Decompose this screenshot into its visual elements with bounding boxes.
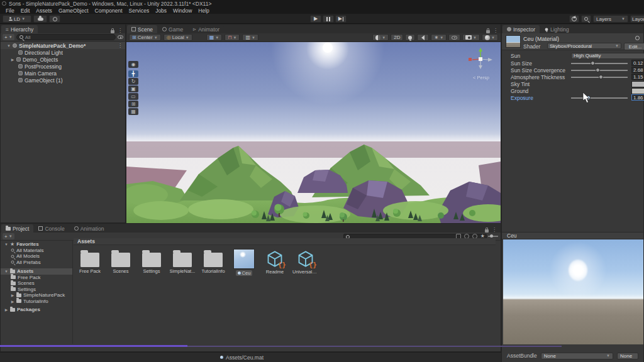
tree-all-prefabs[interactable]: All Prefabs [1,260,72,266]
scale-tool-button[interactable]: ▣ [128,85,138,92]
menu-component[interactable]: Component [92,8,126,14]
snap-toggle-button[interactable]: ⊓▼ [225,34,240,41]
hierarchy-item-directional-light[interactable]: Directional Light [1,49,125,56]
tab-scene[interactable]: Scene [127,25,157,33]
menu-services[interactable]: Services [126,8,153,14]
tree-packages[interactable]: ▶ Packages [1,307,72,313]
lighting-toggle-button[interactable] [405,34,415,41]
shader-edit-button[interactable]: Edit... [624,43,644,50]
asset-free-pack[interactable]: Free Pack [77,249,103,287]
tab-lighting[interactable]: Lighting [540,25,574,33]
sun-size-convergence-value[interactable]: 2.68 [631,67,644,73]
pause-button[interactable] [323,15,334,23]
tree-assets[interactable]: ▼ Assets [1,268,72,275]
horizontal-scrollbar-track[interactable] [187,346,562,347]
global-search-button[interactable] [581,15,591,23]
asset-readme[interactable]: {} Readme [262,249,287,287]
audio-toggle-button[interactable] [417,34,429,41]
tab-inspector[interactable]: Inspector [502,25,540,33]
lock-icon[interactable] [486,30,490,33]
horizontal-scrollbar-thumb[interactable] [0,345,187,347]
custom-tool-button[interactable]: ▦ [128,108,138,115]
kebab-menu-icon[interactable]: ⋮ [492,227,497,233]
move-tool-button[interactable]: ╋ [128,70,138,77]
layers-dropdown[interactable]: Layers ▼ [593,15,628,23]
menu-jobs[interactable]: Jobs [152,8,170,14]
draw-mode-dropdown[interactable]: ▼ [372,34,389,41]
transform-tool-button[interactable]: ⊞ [128,101,138,107]
asset-simplenaturepack[interactable]: SimpleNat... [170,249,195,287]
rotate-tool-button[interactable]: ↻ [128,78,138,85]
exposure-slider[interactable] [571,95,628,101]
grid-visibility-dropdown[interactable]: ▦▼ [206,34,223,41]
create-asset-button[interactable]: +▼ [3,233,14,239]
sun-size-slider[interactable] [571,60,628,66]
scene-row[interactable]: ▼ SimpleNaturePack_Demo* ⋮ [1,42,125,49]
thumbnail-size-slider[interactable] [488,236,498,237]
kebab-menu-icon[interactable]: ⋮ [493,28,498,33]
tab-hierarchy[interactable]: ≡Hierarchy [1,25,38,33]
create-object-button[interactable]: +▼ [3,34,14,40]
tree-all-materials[interactable]: All Materials [1,248,72,254]
lock-icon[interactable] [485,229,489,233]
chevron-expanded-icon[interactable]: ▼ [7,44,11,48]
ground-color-swatch[interactable] [631,88,644,94]
sun-size-value[interactable]: 0.12 [631,60,644,66]
snap-increment-dropdown[interactable]: ▥▼ [242,34,258,41]
view-tool-button[interactable]: ◉ [128,61,138,68]
shader-dropdown[interactable]: Skybox/Procedural▼ [547,43,621,49]
atmosphere-thickness-value[interactable]: 1.15 [631,74,644,80]
chevron-collapsed-icon[interactable]: ▶ [11,57,14,62]
menu-edit[interactable]: Edit [18,8,33,14]
gear-icon[interactable] [635,36,640,40]
tree-settings[interactable]: Settings [1,287,72,293]
menu-file[interactable]: File [3,8,18,14]
sun-size-convergence-slider[interactable] [571,67,628,73]
sun-quality-dropdown[interactable]: High Quality [571,53,644,59]
account-dropdown[interactable]: LD ▼ [3,15,31,23]
lock-icon[interactable] [111,30,114,33]
2d-toggle-button[interactable]: 2D [391,34,403,41]
hierarchy-search-input[interactable]: All [16,34,116,40]
effects-dropdown[interactable]: ∗▼ [431,34,447,41]
undo-history-button[interactable] [569,15,579,23]
menu-window[interactable]: Window [170,8,195,14]
tab-project[interactable]: Project [1,224,33,233]
tab-console[interactable]: Console [34,224,69,233]
tree-simplenaturepack[interactable]: ▶ SimpleNaturePack [1,292,72,299]
tree-free-pack[interactable]: Free Pack [1,275,72,281]
material-preview-header[interactable]: Ceu [502,232,643,239]
asset-settings[interactable]: Settings [139,249,164,287]
tree-scenes[interactable]: Scenes [1,280,72,287]
asset-scenes[interactable]: Scenes [108,249,133,287]
menu-assets[interactable]: Assets [33,8,55,14]
kebab-menu-icon[interactable]: ⋮ [118,43,125,48]
exposure-value[interactable]: 1.86 [631,94,644,101]
tab-animator[interactable]: ⊳ Animator [188,25,224,33]
tree-all-models[interactable]: All Models [1,253,72,260]
tree-tutorialinfo[interactable]: ▶ TutorialInfo [1,299,72,305]
rect-tool-button[interactable]: ▭ [128,93,138,100]
layout-dropdown[interactable]: Layout [630,15,644,23]
tool-handle-rotation-dropdown[interactable]: ◎Local▼ [164,34,192,41]
preferences-button[interactable] [49,15,60,23]
asset-ceu-material[interactable]: Ceu [231,249,257,287]
gizmos-dropdown[interactable]: ▼ [482,34,498,41]
tree-favorites[interactable]: ▼★ Favorites [1,241,72,248]
perspective-label[interactable]: < Persp [473,75,489,80]
asset-universalrp[interactable]: {} UniversalR... [293,249,318,287]
assetbundle-dropdown[interactable]: None▼ [541,353,613,359]
cloud-services-button[interactable] [33,15,47,23]
scene-visibility-toggle[interactable] [448,34,460,41]
menu-gameobject[interactable]: GameObject [55,8,92,14]
menu-help[interactable]: Help [195,8,212,14]
scene-viewport[interactable]: < Persp ◉ ╋ ↻ ▣ ▭ ⊞ ▦ [126,42,501,223]
tab-animation[interactable]: Animation [70,224,109,233]
hierarchy-item-main-camera[interactable]: Main Camera [1,70,125,77]
sky-tint-color-swatch[interactable] [631,81,644,87]
assetbundle-variant-dropdown[interactable]: None [617,353,638,359]
asset-tutorialinfo[interactable]: TutorialInfo [201,249,226,287]
step-button[interactable]: ▶ [335,15,347,23]
tab-game[interactable]: Game [158,25,187,33]
scene-visibility-icon[interactable] [118,35,123,39]
